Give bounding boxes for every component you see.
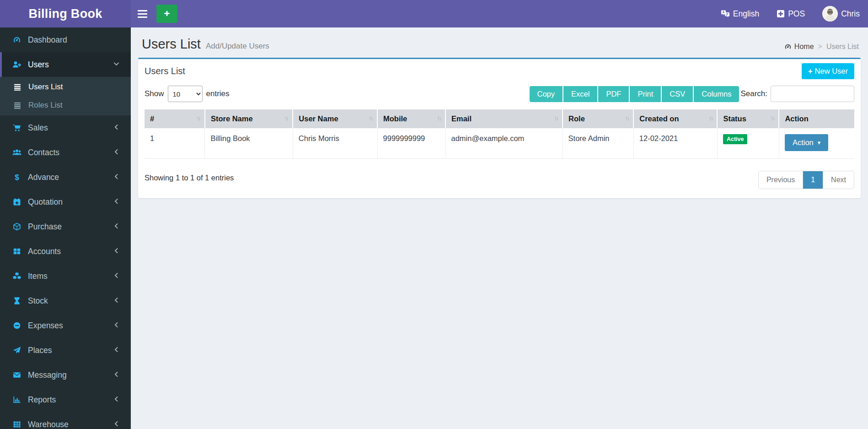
breadcrumb: Home > Users List — [784, 43, 859, 51]
topnav-right: A English POS Chris — [721, 6, 860, 22]
sidebar-subitem-roles-list[interactable]: Roles List — [0, 96, 131, 114]
sidebar-item-warehouse[interactable]: Warehouse — [0, 412, 131, 429]
sort-icon[interactable]: ↑↓ — [625, 114, 628, 122]
export-columns-button[interactable]: Columns — [694, 86, 739, 102]
hourglass-icon — [12, 297, 22, 305]
user-menu[interactable]: Chris — [822, 6, 860, 22]
svg-text:$: $ — [15, 173, 19, 181]
sidebar-item-items[interactable]: Items — [0, 264, 131, 288]
column-header-label: Role — [568, 114, 585, 123]
pagination-next-button[interactable]: Next — [823, 171, 854, 189]
pos-button[interactable]: POS — [777, 9, 805, 19]
chevron-left-icon — [113, 247, 120, 256]
column-header-label: User Name — [299, 114, 338, 123]
column-header-label: Email — [451, 114, 472, 123]
users-table: ↑↓#↑↓Store Name↑↓User Name↑↓Mobile↑↓Emai… — [145, 109, 854, 159]
quick-add-button[interactable]: + — [156, 5, 177, 23]
language-label: English — [733, 9, 759, 19]
plus-square-icon — [777, 10, 785, 18]
sidebar-item-expenses[interactable]: Expenses — [0, 313, 131, 338]
sidebar-item-stock[interactable]: Stock — [0, 288, 131, 313]
sort-icon[interactable]: ↑↓ — [196, 114, 200, 122]
app-logo[interactable]: Billing Book — [0, 0, 131, 27]
table-wrap: ↑↓#↑↓Store Name↑↓User Name↑↓Mobile↑↓Emai… — [138, 109, 861, 159]
sort-icon[interactable]: ↑↓ — [284, 114, 288, 122]
page-length-select[interactable]: 10 — [168, 86, 203, 102]
sort-icon[interactable]: ↑↓ — [437, 114, 440, 122]
export-print-button[interactable]: Print — [630, 86, 662, 102]
card-title: Users List — [145, 66, 185, 76]
dashboard-icon — [784, 43, 792, 50]
column-header-label: Action — [785, 114, 808, 123]
language-menu[interactable]: A English — [721, 9, 759, 19]
list-icon — [12, 101, 22, 109]
sort-icon[interactable]: ↑↓ — [554, 114, 557, 122]
plus-icon: + — [164, 9, 170, 19]
envelope-icon — [12, 371, 22, 379]
sidebar-item-messaging[interactable]: Messaging — [0, 363, 131, 387]
column-header-label: Store Name — [211, 114, 253, 123]
chevron-left-icon — [113, 321, 120, 331]
page-subtitle: Add/Update Users — [206, 42, 269, 51]
sidebar-item-purchase[interactable]: Purchase — [0, 214, 131, 239]
bar-chart-icon — [12, 396, 22, 404]
action-dropdown-button[interactable]: Action▾ — [785, 134, 828, 151]
sidebar-subitem-label: Users List — [28, 82, 63, 92]
sidebar-item-sales[interactable]: Sales — [0, 115, 131, 140]
sidebar-item-label: Expenses — [28, 321, 63, 331]
sidebar-item-accounts[interactable]: Accounts — [0, 239, 131, 264]
cart-icon — [12, 124, 22, 132]
search-input[interactable] — [771, 86, 854, 102]
svg-text:A: A — [722, 11, 724, 14]
column-header-role[interactable]: ↑↓Role — [563, 109, 633, 128]
export-excel-button[interactable]: Excel — [563, 86, 598, 102]
sidebar: Billing Book DashboardUsersUsers ListRol… — [0, 0, 131, 429]
sidebar-subitem-label: Roles List — [28, 101, 63, 110]
column-header-label: # — [150, 114, 154, 123]
column-header-store-name[interactable]: ↑↓Store Name — [205, 109, 293, 128]
cell-created-on: 12-02-2021 — [633, 128, 717, 158]
calendar-plus-icon — [12, 198, 22, 206]
pagination-previous-button[interactable]: Previous — [759, 171, 803, 189]
sidebar-item-contacts[interactable]: Contacts — [0, 140, 131, 165]
column-header-email[interactable]: ↑↓Email — [445, 109, 563, 128]
sidebar-item-users[interactable]: Users — [0, 52, 131, 77]
language-icon: A — [721, 10, 730, 18]
column-header-created-on[interactable]: ↑↓Created on — [633, 109, 717, 128]
column-header-mobile[interactable]: ↑↓Mobile — [377, 109, 445, 128]
breadcrumb-home[interactable]: Home — [784, 43, 814, 51]
column-header--[interactable]: ↑↓# — [145, 109, 205, 128]
column-header-action[interactable]: Action — [779, 109, 854, 128]
sidebar-item-dashboard[interactable]: Dashboard — [0, 27, 131, 52]
column-header-status[interactable]: ↑↓Status — [717, 109, 779, 128]
table-toolbar: Show 10 entries CopyExcelPDFPrintCSVColu… — [138, 82, 861, 109]
column-header-user-name[interactable]: ↑↓User Name — [293, 109, 377, 128]
sidebar-subitem-users-list[interactable]: Users List — [0, 78, 131, 96]
sidebar-item-quotation[interactable]: Quotation — [0, 190, 131, 214]
export-csv-button[interactable]: CSV — [662, 86, 694, 102]
pagination-page-1-button[interactable]: 1 — [803, 171, 823, 189]
pos-label: POS — [788, 9, 805, 19]
sort-icon[interactable]: ↑↓ — [708, 114, 712, 122]
cubes-icon — [12, 272, 22, 280]
sidebar-item-advance[interactable]: $Advance — [0, 165, 131, 190]
column-header-label: Created on — [639, 114, 679, 123]
breadcrumb-separator: > — [818, 43, 822, 51]
chevron-left-icon — [113, 222, 120, 232]
export-pdf-button[interactable]: PDF — [598, 86, 630, 102]
sidebar-item-reports[interactable]: Reports — [0, 387, 131, 412]
table-row: 1Billing BookChris Morris9999999999admin… — [145, 128, 854, 158]
sort-icon[interactable]: ↑↓ — [770, 114, 774, 122]
cube-icon — [12, 223, 22, 231]
card-header: Users List + New User — [138, 59, 861, 82]
cell-status: Active — [717, 128, 779, 158]
sort-icon[interactable]: ↑↓ — [369, 114, 372, 122]
export-copy-button[interactable]: Copy — [530, 86, 564, 102]
chevron-down-icon — [113, 60, 120, 70]
sidebar-item-places[interactable]: Places — [0, 338, 131, 363]
new-user-button[interactable]: + New User — [802, 63, 854, 79]
page-title: Users List — [142, 37, 201, 52]
hamburger-menu-icon[interactable] — [131, 0, 154, 27]
sidebar-item-label: Dashboard — [28, 35, 67, 45]
page-length-control: Show 10 entries — [145, 86, 230, 102]
